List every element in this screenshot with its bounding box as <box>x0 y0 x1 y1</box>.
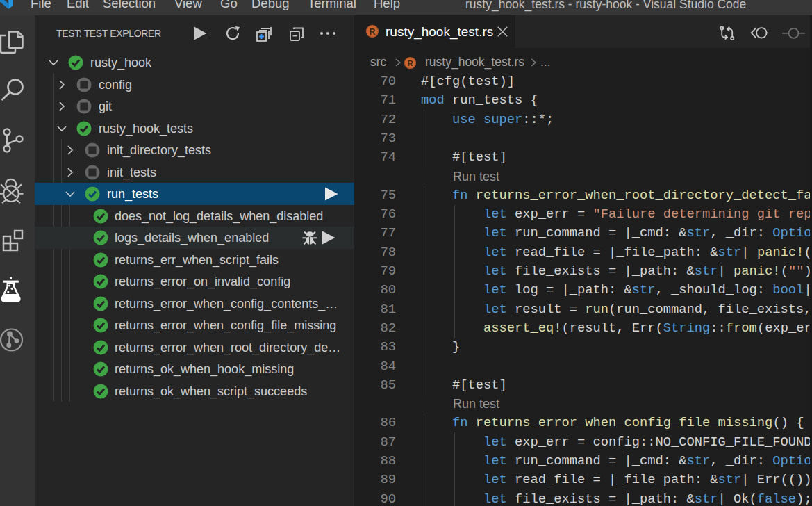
svg-text:R: R <box>407 59 413 67</box>
svg-text:R: R <box>370 27 376 37</box>
